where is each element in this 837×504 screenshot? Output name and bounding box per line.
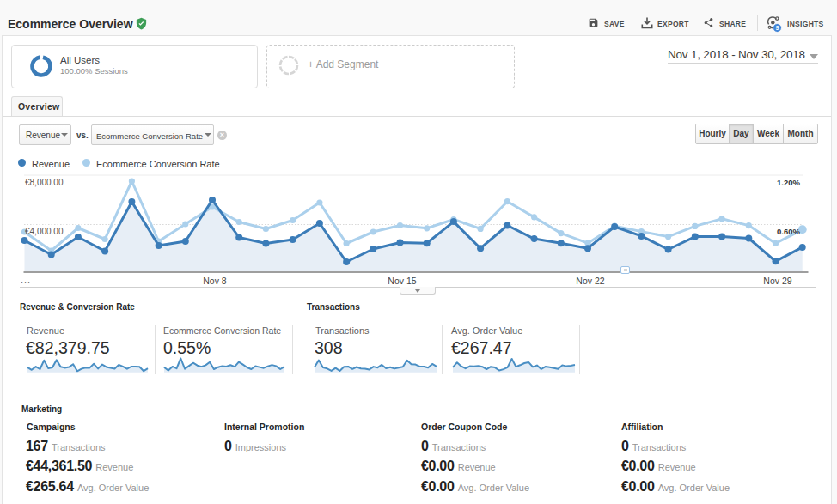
svg-text:9: 9 bbox=[775, 24, 779, 32]
